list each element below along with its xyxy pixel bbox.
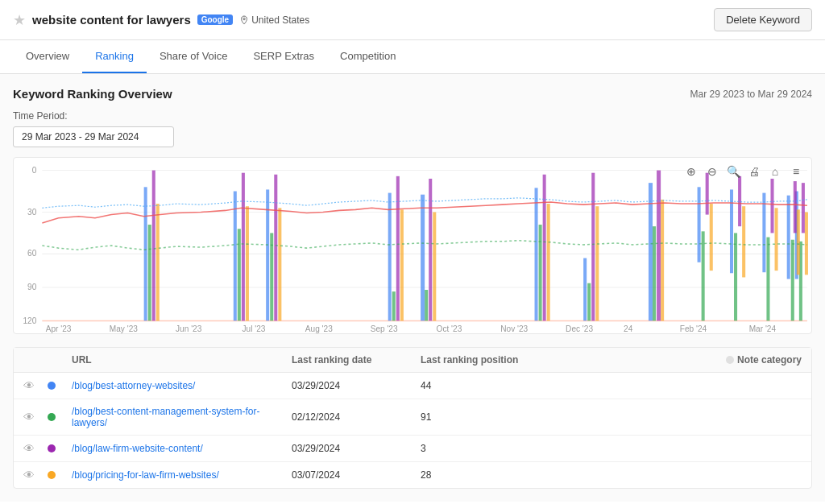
nav-tabs: Overview Ranking Share of Voice SERP Ext… (0, 40, 825, 74)
svg-rect-50 (152, 171, 155, 321)
date-range-label: Mar 29 2023 to Mar 29 2024 (690, 89, 812, 100)
zoom-out-button[interactable]: ⊖ (703, 163, 721, 180)
svg-text:Nov '23: Nov '23 (500, 324, 528, 333)
svg-rect-56 (591, 173, 595, 321)
row-last-pos-3: 3 (421, 443, 582, 454)
svg-rect-72 (742, 206, 745, 277)
svg-rect-33 (730, 189, 733, 273)
location-icon (239, 15, 249, 25)
svg-text:Dec '23: Dec '23 (566, 324, 593, 333)
row-color-dot-4 (48, 471, 56, 479)
row-eye-icon-2[interactable]: 👁 (23, 411, 48, 423)
row-last-date-1: 03/29/2024 (292, 380, 421, 391)
svg-rect-47 (766, 238, 769, 321)
svg-text:120: 120 (23, 316, 36, 324)
svg-rect-65 (278, 208, 281, 320)
svg-text:0: 0 (32, 166, 37, 175)
svg-rect-45 (702, 231, 705, 320)
section-title: Keyword Ranking Overview (13, 87, 172, 101)
print-button[interactable]: 🖨 (745, 163, 763, 180)
svg-rect-28 (421, 195, 425, 321)
svg-rect-64 (246, 206, 249, 320)
row-last-date-3: 03/29/2024 (292, 443, 421, 454)
location-info: United States (239, 14, 309, 26)
col-eye (23, 354, 48, 366)
svg-rect-51 (242, 173, 245, 321)
date-range-input[interactable] (13, 126, 174, 147)
svg-rect-55 (543, 175, 546, 321)
home-button[interactable]: ⌂ (766, 163, 784, 180)
svg-text:May '23: May '23 (110, 324, 138, 333)
tab-competition[interactable]: Competition (327, 40, 408, 73)
svg-text:Sep '23: Sep '23 (371, 324, 398, 333)
svg-rect-34 (762, 193, 765, 273)
svg-rect-66 (400, 209, 404, 320)
svg-rect-25 (234, 192, 237, 321)
row-url-2[interactable]: /blog/best-content-management-system-for… (72, 406, 292, 428)
row-color-dot-1 (48, 382, 56, 390)
svg-rect-46 (734, 233, 737, 320)
tab-serp-extras[interactable]: SERP Extras (240, 40, 327, 73)
svg-rect-41 (425, 290, 428, 320)
svg-rect-69 (595, 206, 599, 320)
svg-rect-52 (274, 175, 277, 321)
svg-rect-35 (787, 196, 790, 279)
tab-share-of-voice[interactable]: Share of Voice (147, 40, 241, 73)
row-url-1[interactable]: /blog/best-attorney-websites/ (72, 380, 292, 391)
row-last-pos-2: 91 (421, 411, 582, 423)
row-url-3[interactable]: /blog/law-firm-website-content/ (72, 443, 292, 454)
menu-button[interactable]: ≡ (787, 163, 805, 180)
svg-rect-62 (802, 183, 805, 233)
row-last-date-2: 02/12/2024 (292, 411, 421, 423)
svg-rect-40 (392, 291, 396, 320)
svg-rect-61 (794, 181, 797, 233)
star-icon[interactable]: ★ (13, 11, 26, 29)
table-row: 👁 /blog/best-attorney-websites/ 03/29/20… (14, 373, 811, 399)
page-header: ★ website content for lawyers Google Uni… (0, 0, 825, 40)
delete-keyword-button[interactable]: Delete Keyword (714, 8, 812, 31)
tab-overview[interactable]: Overview (13, 40, 82, 73)
results-table: URL Last ranking date Last ranking posit… (13, 347, 812, 489)
row-eye-icon-3[interactable]: 👁 (23, 442, 48, 455)
svg-rect-39 (270, 233, 273, 320)
svg-text:Feb '24: Feb '24 (680, 324, 707, 333)
svg-text:60: 60 (27, 249, 37, 258)
location-text: United States (251, 14, 309, 26)
chart-toolbar: ⊕ ⊖ 🔍 🖨 ⌂ ≡ (682, 163, 805, 180)
svg-point-0 (243, 18, 246, 20)
svg-rect-67 (433, 212, 436, 320)
ranking-chart: 0 30 60 90 120 Apr '23 May '23 Jun '23 J… (14, 158, 811, 333)
time-period-label: Time Period: (13, 110, 812, 122)
row-eye-icon-1[interactable]: 👁 (23, 379, 48, 392)
svg-rect-24 (144, 187, 147, 320)
header-left: ★ website content for lawyers Google Uni… (13, 11, 309, 29)
chart-container: ⊕ ⊖ 🔍 🖨 ⌂ ≡ 0 30 60 90 120 Apr '23 May '… (13, 157, 812, 334)
row-url-4[interactable]: /blog/pricing-for-law-firm-websites/ (72, 469, 292, 481)
svg-text:Apr '23: Apr '23 (46, 324, 72, 333)
svg-rect-53 (396, 176, 400, 321)
row-color-dot-2 (48, 413, 56, 421)
col-dot (48, 354, 72, 366)
google-badge: Google (197, 14, 233, 25)
svg-text:Mar '24: Mar '24 (749, 324, 777, 333)
row-last-pos-4: 28 (421, 469, 582, 481)
magnify-button[interactable]: 🔍 (724, 163, 742, 180)
tab-ranking[interactable]: Ranking (82, 40, 147, 73)
svg-text:Jul '23: Jul '23 (243, 324, 266, 333)
svg-rect-42 (539, 225, 542, 320)
svg-rect-27 (388, 193, 392, 321)
svg-rect-30 (583, 258, 587, 321)
table-row: 👁 /blog/best-content-management-system-f… (14, 399, 811, 436)
svg-rect-74 (797, 209, 800, 275)
col-last-date-header: Last ranking date (292, 354, 421, 366)
svg-text:Jun '23: Jun '23 (176, 324, 202, 333)
svg-rect-54 (429, 179, 432, 320)
svg-rect-38 (238, 229, 241, 320)
col-url-header: URL (72, 354, 292, 366)
svg-rect-48 (791, 240, 794, 321)
svg-rect-29 (535, 188, 538, 320)
row-eye-icon-4[interactable]: 👁 (23, 469, 48, 481)
svg-rect-57 (657, 171, 661, 321)
zoom-in-button[interactable]: ⊕ (682, 163, 700, 180)
svg-rect-60 (770, 179, 773, 233)
